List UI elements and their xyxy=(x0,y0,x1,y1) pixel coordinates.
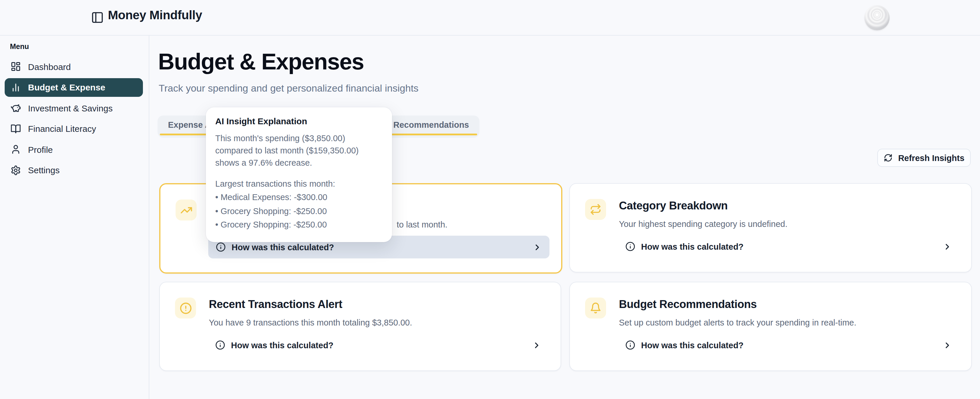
panel-left-icon xyxy=(91,11,104,24)
app-root: Money Mindfully Menu Dashboard Budget & … xyxy=(0,0,980,399)
how-calculated-button[interactable]: How was this calculated? xyxy=(618,334,959,356)
tooltip-title: AI Insight Explanation xyxy=(215,116,383,126)
gear-icon xyxy=(11,165,21,175)
chevron-right-icon xyxy=(943,242,952,251)
card-title: Recent Transactions Alert xyxy=(209,298,342,311)
sidebar-item-budget-expense[interactable]: Budget & Expense xyxy=(5,78,143,97)
tooltip-list-item: • Medical Expenses: -$300.00 xyxy=(215,191,383,203)
card-body-fragment: to last month. xyxy=(397,220,447,229)
chevron-right-icon xyxy=(532,340,541,350)
card-recent-transactions-alert: Recent Transactions Alert You have 9 tra… xyxy=(159,282,561,371)
refresh-insights-button[interactable]: Refresh Insights xyxy=(877,149,970,167)
tooltip-list-item: • Grocery Shopping: -$250.00 xyxy=(215,205,383,217)
refresh-insights-label: Refresh Insights xyxy=(898,153,964,162)
card-body: You have 9 transactions this month total… xyxy=(209,318,412,327)
card-body: Set up custom budget alerts to track you… xyxy=(619,318,856,327)
info-icon xyxy=(625,242,635,251)
sidebar-item-settings[interactable]: Settings xyxy=(5,161,143,180)
sidebar-toggle-button[interactable] xyxy=(91,11,104,24)
tooltip-paragraph: This month's spending ($3,850.00) compar… xyxy=(215,132,383,169)
sidebar-item-label: Profile xyxy=(28,145,53,154)
avatar[interactable] xyxy=(864,5,889,30)
how-calculated-label: How was this calculated? xyxy=(232,242,334,252)
page-title: Budget & Expenses xyxy=(158,49,364,75)
card-title: Category Breakdown xyxy=(619,199,728,212)
card-budget-recommendations: Budget Recommendations Set up custom bud… xyxy=(570,282,972,371)
app-header: Money Mindfully xyxy=(0,0,980,36)
sidebar-item-label: Dashboard xyxy=(28,62,71,72)
how-calculated-button[interactable]: How was this calculated? xyxy=(618,235,959,258)
piggy-bank-icon xyxy=(11,103,21,113)
card-title: Budget Recommendations xyxy=(619,298,757,311)
dashboard-icon xyxy=(11,61,21,72)
alert-circle-icon xyxy=(175,297,196,318)
chevron-right-icon xyxy=(943,340,952,350)
sidebar-item-label: Settings xyxy=(28,165,59,175)
book-open-icon xyxy=(11,123,21,134)
chevron-right-icon xyxy=(533,242,542,252)
bell-icon xyxy=(585,297,606,318)
sidebar-nav: Dashboard Budget & Expense Investment & … xyxy=(5,57,143,181)
user-icon xyxy=(11,144,21,154)
tooltip-list-item: • Grocery Shopping: -$250.00 xyxy=(215,219,383,231)
sidebar-menu-label: Menu xyxy=(10,43,29,51)
info-icon xyxy=(625,340,635,350)
info-icon xyxy=(216,242,226,252)
sidebar-item-profile[interactable]: Profile xyxy=(5,140,143,159)
info-icon xyxy=(215,340,225,350)
ai-insight-tooltip: AI Insight Explanation This month's spen… xyxy=(206,107,392,242)
sidebar-item-investment-savings[interactable]: Investment & Savings xyxy=(5,99,143,117)
sidebar-item-label: Investment & Savings xyxy=(28,103,113,113)
app-title: Money Mindfully xyxy=(108,8,202,22)
sidebar-item-financial-literacy[interactable]: Financial Literacy xyxy=(5,119,143,138)
tooltip-list-intro: Largest transactions this month: xyxy=(215,178,383,189)
repeat-icon xyxy=(585,199,606,220)
how-calculated-button[interactable]: How was this calculated? xyxy=(208,334,549,356)
sidebar-item-dashboard[interactable]: Dashboard xyxy=(5,57,143,76)
trending-up-icon xyxy=(176,199,197,221)
page-subtitle: Track your spending and get personalized… xyxy=(159,83,418,94)
sidebar-item-label: Budget & Expense xyxy=(28,82,105,92)
how-calculated-label: How was this calculated? xyxy=(641,340,743,350)
refresh-icon xyxy=(883,153,892,162)
bar-chart-icon xyxy=(11,82,21,92)
how-calculated-label: How was this calculated? xyxy=(231,340,333,350)
how-calculated-label: How was this calculated? xyxy=(641,242,743,251)
sidebar: Menu Dashboard Budget & Expense Investme… xyxy=(0,35,150,399)
card-category-breakdown: Category Breakdown Your highest spending… xyxy=(570,183,972,272)
sidebar-item-label: Financial Literacy xyxy=(28,124,96,134)
card-body: Your highest spending category is undefi… xyxy=(619,219,788,229)
